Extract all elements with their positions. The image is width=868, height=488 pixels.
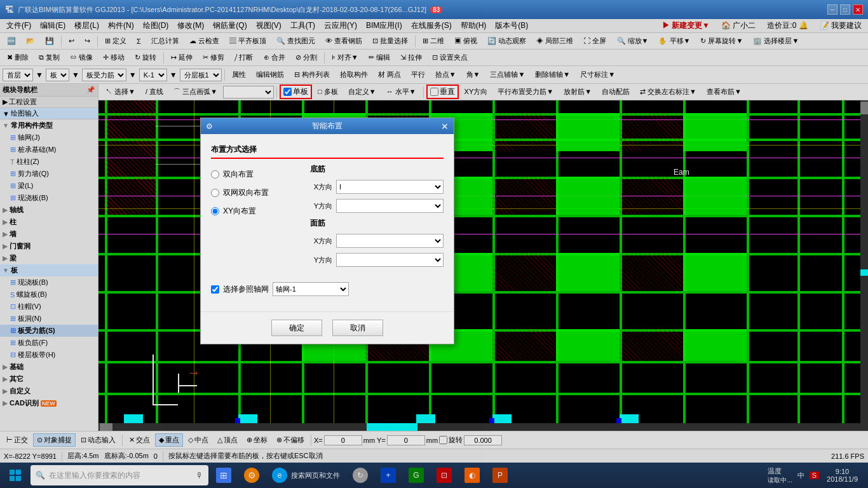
modal-overlay: ⚙ 智能布置 ✕ 布置方式选择 双向布置 双网双向布置 [0,0,868,488]
bottom-x-select[interactable]: I [336,180,444,194]
layout-radio-group: 双向布置 双网双向布置 XY向布置 [211,164,300,222]
dialog-main-row: 双向布置 双网双向布置 XY向布置 [211,164,444,272]
bottom-rebar-label: 底筋 [310,164,444,175]
radio-dual-input[interactable] [211,170,219,179]
top-rebar-label: 面筋 [310,218,444,229]
radio-dual-mesh-label: 双网双向布置 [223,187,269,198]
top-x-label: X方向 [310,236,332,246]
bottom-x-row: X方向 I [310,180,444,194]
dialog-close-button[interactable]: ✕ [441,121,449,132]
dialog-icon: ⚙ [206,122,213,131]
top-y-select[interactable] [336,253,444,267]
radio-xy-label: XY向布置 [223,206,256,217]
bottom-y-select[interactable] [336,199,444,213]
dialog-confirm-button[interactable]: 确定 [271,320,322,336]
top-x-select[interactable] [336,234,444,248]
axis-checkbox-row: 选择参照轴网 轴网-1 [211,282,444,296]
bottom-x-label: X方向 [310,182,332,192]
dialog-options-col: 双向布置 双网双向布置 XY向布置 [211,164,300,222]
dialog-footer: 确定 取消 [201,311,454,344]
radio-dual-label: 双向布置 [223,169,254,180]
radio-dual[interactable]: 双向布置 [211,169,300,180]
radio-xy[interactable]: XY向布置 [211,206,300,217]
dialog-titlebar: ⚙ 智能布置 ✕ [201,118,454,134]
bottom-y-label: Y方向 [310,201,332,211]
axis-select[interactable]: 轴网-1 [273,282,349,296]
radio-dual-mesh[interactable]: 双网双向布置 [211,187,300,198]
radio-dual-mesh-input[interactable] [211,189,219,197]
dialog-rebar-col: 底筋 X方向 I Y方向 [310,164,444,272]
smart-layout-dialog: ⚙ 智能布置 ✕ 布置方式选择 双向布置 双网双向布置 [200,118,454,344]
top-y-row: Y方向 [310,253,444,267]
dialog-body: 布置方式选择 双向布置 双网双向布置 [201,134,454,311]
bottom-y-row: Y方向 [310,199,444,213]
top-x-row: X方向 [310,234,444,248]
axis-checkbox[interactable] [211,285,219,294]
dialog-title: 智能布置 [312,121,342,132]
top-y-label: Y方向 [310,255,332,265]
radio-xy-input[interactable] [211,207,219,215]
dialog-section-title: 布置方式选择 [211,144,444,159]
axis-checkbox-label: 选择参照轴网 [223,284,269,295]
dialog-cancel-button[interactable]: 取消 [332,320,383,336]
